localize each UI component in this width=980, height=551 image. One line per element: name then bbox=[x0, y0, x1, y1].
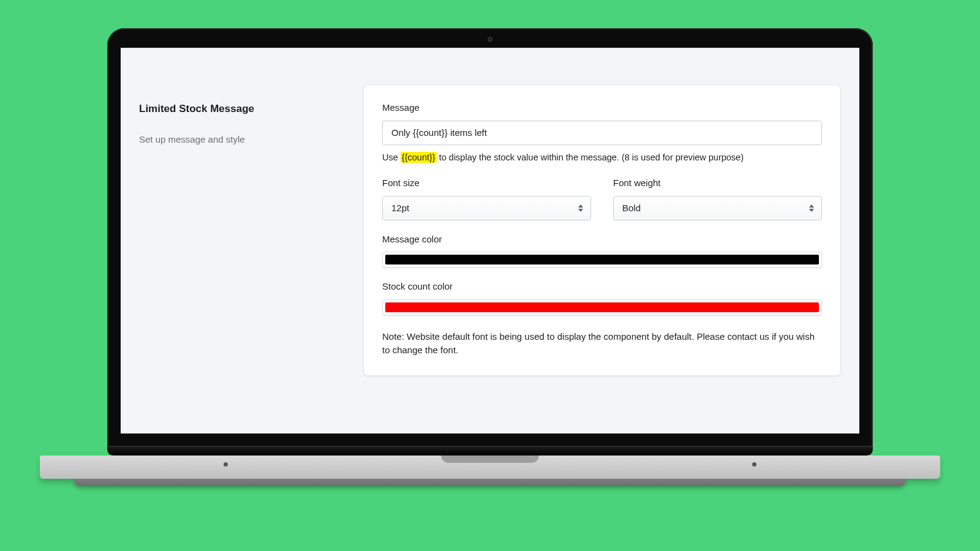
font-row: Font size 12pt Font weight Bol bbox=[382, 176, 822, 233]
message-input[interactable] bbox=[382, 121, 822, 145]
message-hint: Use {{count}} to display the stock value… bbox=[382, 151, 822, 164]
hint-text-pre: Use bbox=[382, 152, 401, 162]
font-weight-value: Bold bbox=[622, 201, 641, 215]
select-spinner-icon bbox=[578, 204, 583, 212]
stock-count-color-swatch bbox=[385, 302, 819, 312]
laptop-base-edge bbox=[74, 479, 907, 486]
font-weight-select[interactable]: Bold bbox=[613, 196, 822, 220]
message-color-input[interactable] bbox=[382, 252, 822, 268]
message-color-swatch bbox=[385, 255, 819, 264]
count-token: {{count}} bbox=[401, 152, 437, 163]
section-title: Limited Stock Message bbox=[139, 102, 347, 117]
message-field: Message Use {{count}} to display the sto… bbox=[382, 101, 822, 164]
font-weight-field: Font weight Bold bbox=[613, 176, 822, 220]
font-size-value: 12pt bbox=[391, 201, 409, 215]
message-color-field: Message color bbox=[382, 233, 822, 268]
laptop-notch bbox=[441, 455, 539, 463]
laptop-bezel: Limited Stock Message Set up message and… bbox=[107, 28, 873, 447]
font-size-field: Font size 12pt bbox=[382, 176, 591, 220]
message-color-label: Message color bbox=[382, 233, 822, 246]
laptop-base bbox=[40, 455, 940, 479]
screen: Limited Stock Message Set up message and… bbox=[121, 48, 859, 433]
stock-count-color-input[interactable] bbox=[382, 299, 822, 315]
settings-card: Message Use {{count}} to display the sto… bbox=[363, 84, 841, 376]
stock-count-color-field: Stock count color bbox=[382, 280, 822, 315]
settings-panel: Limited Stock Message Set up message and… bbox=[121, 48, 859, 400]
camera-dot bbox=[488, 37, 492, 42]
font-size-label: Font size bbox=[382, 176, 591, 190]
laptop-hinge bbox=[107, 447, 873, 455]
font-size-select[interactable]: 12pt bbox=[382, 196, 591, 220]
font-note: Note: Website default font is being used… bbox=[382, 330, 822, 357]
laptop-mockup: Limited Stock Message Set up message and… bbox=[107, 28, 873, 486]
section-subtitle: Set up message and style bbox=[139, 133, 347, 146]
stock-count-color-label: Stock count color bbox=[382, 280, 822, 293]
select-spinner-icon bbox=[809, 204, 814, 212]
font-weight-label: Font weight bbox=[613, 176, 822, 190]
hint-text-post: to display the stock value within the me… bbox=[437, 152, 744, 162]
section-heading-block: Limited Stock Message Set up message and… bbox=[139, 84, 347, 376]
message-label: Message bbox=[382, 101, 822, 114]
